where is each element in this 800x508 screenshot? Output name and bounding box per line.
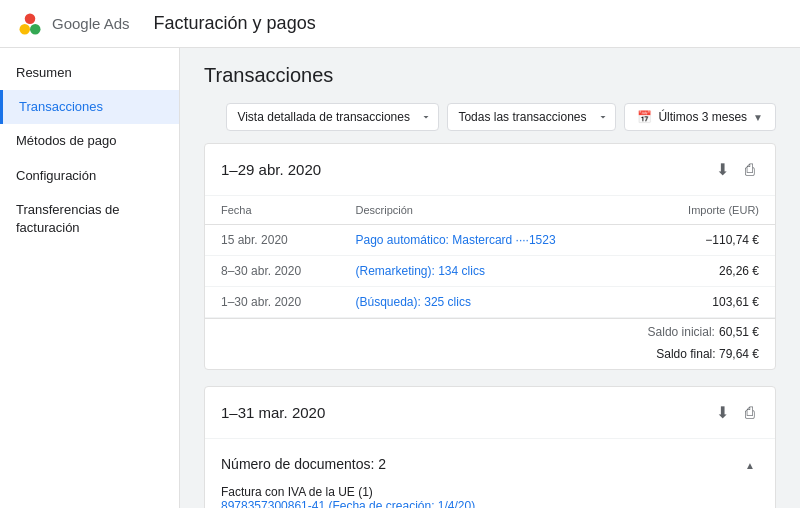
- apr-table-header: Fecha Descripción Importe (EUR): [205, 196, 775, 225]
- docs-title-row: Número de documentos: 2: [221, 451, 759, 477]
- view-select[interactable]: Vista detallada de transacciones: [226, 103, 439, 131]
- sidebar-item-transferencias[interactable]: Transferencias de facturación: [0, 193, 179, 245]
- row-date: 1–30 abr. 2020: [221, 295, 356, 309]
- docs-collapse-button[interactable]: [741, 451, 759, 477]
- print-icon: ⎙: [745, 161, 755, 179]
- table-row: 1–30 abr. 2020 (Búsqueda): 325 clics 103…: [205, 287, 775, 318]
- row-date: 15 abr. 2020: [221, 233, 356, 247]
- row-amount: 103,61 €: [625, 295, 760, 309]
- apr-download-button[interactable]: ⬇: [712, 156, 733, 183]
- apr-actions: ⬇ ⎙: [712, 156, 759, 183]
- col-fecha: Fecha: [221, 204, 356, 216]
- docs-title: Número de documentos: 2: [221, 456, 386, 472]
- app-layout: Resumen Transacciones Métodos de pago Co…: [0, 48, 800, 508]
- apr-period: 1–29 abr. 2020: [221, 161, 321, 178]
- mar-actions: ⬇ ⎙: [712, 399, 759, 426]
- mar-print-button[interactable]: ⎙: [741, 400, 759, 426]
- section-mar-header: 1–31 mar. 2020 ⬇ ⎙: [205, 387, 775, 439]
- apr-balance-initial: Saldo inicial: 60,51 €: [205, 318, 775, 345]
- sidebar-item-transacciones[interactable]: Transacciones: [0, 90, 179, 124]
- main-content: Transacciones Vista detallada de transac…: [180, 48, 800, 508]
- app-logo: Google Ads: [16, 10, 130, 38]
- calendar-icon: 📅: [637, 110, 652, 124]
- section-title: Facturación y pagos: [154, 13, 316, 34]
- row-desc-link[interactable]: Pago automático: Mastercard ····1523: [356, 233, 556, 247]
- date-range-label: Últimos 3 meses: [658, 110, 747, 124]
- sidebar-item-resumen[interactable]: Resumen: [0, 56, 179, 90]
- download-icon: ⬇: [716, 160, 729, 179]
- apr-print-button[interactable]: ⎙: [741, 157, 759, 183]
- table-row: 15 abr. 2020 Pago automático: Mastercard…: [205, 225, 775, 256]
- doc-item-invoice: Factura con IVA de la UE (1) 89783573008…: [221, 485, 759, 508]
- col-desc: Descripción: [356, 204, 625, 216]
- toolbar: Vista detallada de transacciones Todas l…: [204, 103, 776, 131]
- col-amount: Importe (EUR): [625, 204, 760, 216]
- section-mar-2020: 1–31 mar. 2020 ⬇ ⎙ Número de documentos:…: [204, 386, 776, 508]
- date-range-button[interactable]: 📅 Últimos 3 meses ▼: [624, 103, 776, 131]
- sidebar: Resumen Transacciones Métodos de pago Co…: [0, 48, 180, 508]
- row-date: 8–30 abr. 2020: [221, 264, 356, 278]
- documents-section: Número de documentos: 2 Factura con IVA …: [205, 439, 775, 508]
- apr-balance-final: Saldo final: 79,64 €: [205, 345, 775, 369]
- chevron-up-icon: [745, 455, 755, 473]
- svg-point-2: [25, 13, 36, 24]
- svg-point-0: [20, 24, 31, 35]
- section-apr-2020: 1–29 abr. 2020 ⬇ ⎙ Fecha Descripción Imp…: [204, 143, 776, 370]
- sidebar-item-metodos-pago[interactable]: Métodos de pago: [0, 124, 179, 158]
- row-desc: (Búsqueda): 325 clics: [356, 295, 625, 309]
- mar-download-button[interactable]: ⬇: [712, 399, 733, 426]
- chevron-down-icon: ▼: [753, 112, 763, 123]
- row-desc: Pago automático: Mastercard ····1523: [356, 233, 625, 247]
- section-apr-header: 1–29 abr. 2020 ⬇ ⎙: [205, 144, 775, 196]
- row-desc-link[interactable]: (Remarketing): 134 clics: [356, 264, 485, 278]
- filter-select[interactable]: Todas las transacciones: [447, 103, 616, 131]
- invoice-link[interactable]: 8978357300861-41 (Fecha de creación: 1/4…: [221, 499, 475, 508]
- table-row: 8–30 abr. 2020 (Remarketing): 134 clics …: [205, 256, 775, 287]
- page-title: Transacciones: [204, 64, 776, 87]
- mar-period: 1–31 mar. 2020: [221, 404, 325, 421]
- top-bar: Google Ads Facturación y pagos: [0, 0, 800, 48]
- svg-point-1: [30, 24, 41, 35]
- download-icon: ⬇: [716, 403, 729, 422]
- row-amount: −110,74 €: [625, 233, 760, 247]
- sidebar-item-configuracion[interactable]: Configuración: [0, 159, 179, 193]
- app-name: Google Ads: [52, 15, 130, 32]
- print-icon: ⎙: [745, 404, 755, 422]
- row-amount: 26,26 €: [625, 264, 760, 278]
- row-desc-link[interactable]: (Búsqueda): 325 clics: [356, 295, 471, 309]
- row-desc: (Remarketing): 134 clics: [356, 264, 625, 278]
